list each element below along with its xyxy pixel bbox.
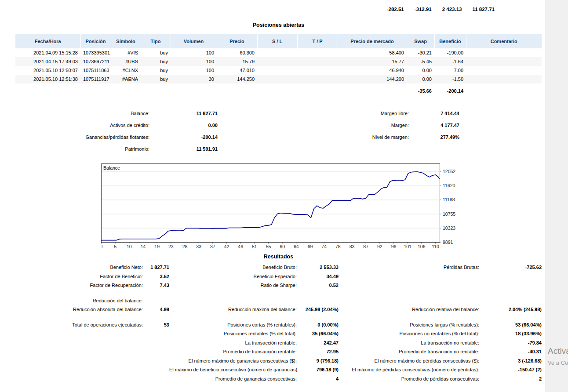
position-cell: buy bbox=[141, 75, 171, 83]
result-value: -150.47 (2) bbox=[479, 365, 542, 374]
svg-text:23: 23 bbox=[168, 244, 174, 249]
result-label bbox=[339, 281, 479, 290]
svg-text:69: 69 bbox=[308, 244, 313, 249]
svg-text:11620: 11620 bbox=[443, 183, 455, 188]
results-row: Factor de Beneficio:3.52Beneficio Espera… bbox=[15, 272, 542, 281]
totals-row: -35.66 -200.14 bbox=[15, 88, 542, 94]
result-label: Factor de Recuperación: bbox=[15, 281, 143, 290]
results-row: Promedio de ganancias consecutivas:4Prom… bbox=[15, 374, 542, 384]
svg-text:9891: 9891 bbox=[443, 240, 453, 245]
account-row: Activos de crédito:0.00Margen:4 177.47 bbox=[15, 120, 542, 131]
position-cell bbox=[257, 66, 297, 75]
result-label: Posiciones no rentables (% del total): bbox=[339, 329, 479, 338]
position-cell: 15.79 bbox=[217, 57, 257, 66]
windows-activation-watermark: Activa Ve a Co bbox=[548, 346, 568, 366]
result-value: 242.47 bbox=[297, 338, 339, 348]
results-group: Beneficio Neto:1 827.71Beneficio Bruto:2… bbox=[15, 263, 542, 290]
position-cell bbox=[257, 48, 297, 57]
result-value bbox=[143, 296, 169, 305]
position-cell: 2021.05.10 12:51:38 bbox=[15, 75, 80, 83]
results-row: El máximo de beneficio consecutivo (núme… bbox=[15, 365, 542, 374]
position-cell: 2021.04.15 17:49:03 bbox=[15, 57, 80, 66]
result-label: Promedio de transacción rentable: bbox=[169, 347, 297, 356]
result-label: Beneficio Esperado: bbox=[169, 272, 297, 281]
account-summary: Balance:11 827.71Margen libre:7 414.44Ac… bbox=[15, 108, 542, 155]
account-label: Ganancias/pérdidas flotantes: bbox=[15, 131, 149, 143]
report-content: Posiciones abiertas Fecha/HoraPosiciónSí… bbox=[15, 0, 542, 389]
position-cell: 1075111863 bbox=[80, 66, 111, 75]
result-label: El número máximo de ganancias consecutiv… bbox=[169, 356, 297, 366]
result-value: 1 827.71 bbox=[143, 263, 169, 272]
result-label: Posiciones rentables (% del total): bbox=[169, 329, 297, 338]
position-cell: 2021.05.10 12:50:07 bbox=[15, 66, 80, 75]
result-label bbox=[15, 365, 143, 374]
result-label: Posiciones largas (% rentables): bbox=[339, 320, 479, 330]
result-label: Reducción relativa del balance: bbox=[339, 305, 479, 314]
result-value: -79.84 bbox=[479, 338, 542, 348]
result-label: Total de operaciones ejecutadas: bbox=[15, 320, 143, 330]
position-cell: -7.00 bbox=[434, 66, 466, 75]
result-value: 18 (33.96%) bbox=[479, 329, 542, 338]
result-label: Pérdidas Brutas: bbox=[339, 263, 479, 272]
position-cell bbox=[297, 66, 338, 75]
results-row: Factor de Recuperación:7.43Ratio de Shar… bbox=[15, 281, 542, 290]
column-header: T / P bbox=[297, 34, 338, 48]
position-cell: -1.50 bbox=[434, 75, 466, 83]
open-positions-title: Posiciones abiertas bbox=[15, 22, 542, 28]
result-value: 53 (66.04%) bbox=[479, 320, 542, 330]
svg-text:10: 10 bbox=[127, 244, 132, 249]
account-value: 4 177.47 bbox=[409, 120, 459, 131]
results-row: Beneficio Neto:1 827.71Beneficio Bruto:2… bbox=[15, 263, 542, 272]
account-value: 11 827.71 bbox=[149, 108, 218, 120]
position-cell bbox=[466, 57, 542, 66]
position-cell bbox=[466, 66, 542, 75]
position-cell bbox=[297, 48, 338, 57]
result-label: Promedio de transacción no rentable: bbox=[339, 347, 479, 356]
position-cell: -1.64 bbox=[434, 57, 466, 66]
result-value: 4 bbox=[297, 374, 339, 384]
column-header: Símbolo bbox=[111, 34, 141, 48]
svg-text:74: 74 bbox=[321, 244, 327, 249]
result-value: 2 bbox=[479, 374, 542, 384]
svg-text:28: 28 bbox=[182, 244, 188, 249]
result-label bbox=[15, 338, 143, 348]
result-label: Ratio de Sharpe: bbox=[169, 281, 297, 290]
result-value: 3 (-126.68) bbox=[479, 356, 542, 366]
svg-text:19: 19 bbox=[154, 244, 160, 249]
column-header: Comentario bbox=[466, 34, 542, 48]
position-cell: buy bbox=[141, 66, 171, 75]
position-cell: 144.250 bbox=[217, 75, 257, 83]
result-value: 34.49 bbox=[297, 272, 339, 281]
result-label: El máximo de pérdidas consecutivas (núme… bbox=[339, 365, 479, 374]
result-label: El máximo de beneficio consecutivo (núme… bbox=[169, 365, 297, 374]
results-row: El número máximo de ganancias consecutiv… bbox=[15, 356, 542, 366]
svg-text:106: 106 bbox=[418, 244, 426, 249]
column-header: Precio de mercado bbox=[338, 34, 407, 48]
result-value: -40.31 bbox=[479, 347, 542, 356]
svg-text:60: 60 bbox=[280, 244, 285, 249]
column-header: S / L bbox=[257, 34, 297, 48]
account-value: 277.49% bbox=[409, 131, 459, 143]
result-label bbox=[15, 374, 143, 384]
result-value bbox=[143, 338, 169, 348]
account-value: 0.00 bbox=[149, 120, 218, 131]
result-value bbox=[479, 281, 542, 290]
result-value: 72.95 bbox=[297, 347, 339, 356]
result-value: 2.04% (245.98) bbox=[479, 305, 542, 314]
position-cell: 1073697211 bbox=[80, 57, 111, 66]
svg-text:83: 83 bbox=[350, 244, 355, 249]
account-label: Patrimonio: bbox=[15, 143, 149, 155]
svg-text:55: 55 bbox=[266, 244, 271, 249]
position-cell: 100 bbox=[171, 57, 217, 66]
position-cell bbox=[257, 75, 297, 83]
svg-text:12052: 12052 bbox=[443, 169, 455, 174]
open-positions-table: Fecha/HoraPosiciónSímboloTipoVolumenPrec… bbox=[15, 34, 542, 83]
total-swap: -35.66 bbox=[407, 88, 434, 94]
result-label bbox=[169, 296, 297, 305]
position-cell: 144.200 bbox=[338, 75, 407, 83]
window-edge-strip bbox=[545, 0, 568, 392]
position-row: 2021.04.09 15:15:281073395301#VISbuy1006… bbox=[15, 48, 542, 57]
svg-text:10755: 10755 bbox=[443, 211, 455, 217]
svg-text:51: 51 bbox=[252, 244, 257, 249]
results-rows: Beneficio Neto:1 827.71Beneficio Bruto:2… bbox=[15, 263, 542, 383]
